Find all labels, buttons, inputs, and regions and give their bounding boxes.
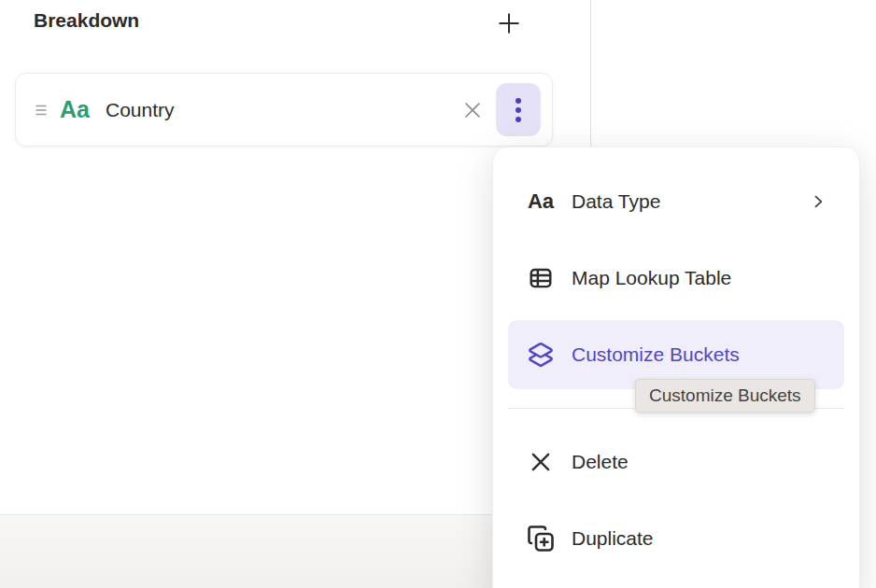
context-menu: Aa Data Type Map Lookup Table Customize … xyxy=(492,147,860,588)
close-icon xyxy=(461,99,484,121)
more-options-button[interactable] xyxy=(496,83,541,136)
tooltip: Customize Buckets xyxy=(635,379,815,413)
x-icon xyxy=(525,450,557,474)
string-type-icon: Aa xyxy=(60,98,90,121)
duplicate-icon xyxy=(525,525,557,553)
kebab-menu-icon xyxy=(515,96,522,124)
menu-item-label: Delete xyxy=(572,451,629,473)
menu-item-data-type[interactable]: Aa Data Type xyxy=(508,167,844,236)
breakdown-property-label: Country xyxy=(106,99,175,121)
page-title: Breakdown xyxy=(34,9,139,32)
layers-icon xyxy=(525,342,557,368)
menu-item-label: Data Type xyxy=(572,190,660,213)
menu-item-label: Duplicate xyxy=(572,527,654,550)
menu-item-map-lookup-table[interactable]: Map Lookup Table xyxy=(508,244,844,313)
menu-item-label: Map Lookup Table xyxy=(572,267,731,289)
table-icon xyxy=(525,265,557,291)
remove-breakdown-button[interactable] xyxy=(457,94,488,126)
add-breakdown-button[interactable] xyxy=(491,6,527,41)
panel-header: Breakdown xyxy=(0,0,590,52)
screen: Breakdown Aa Country xyxy=(0,0,876,588)
plus-icon xyxy=(496,10,522,36)
drag-handle-icon[interactable] xyxy=(35,103,48,118)
text-type-icon: Aa xyxy=(525,191,557,212)
menu-item-duplicate[interactable]: Duplicate xyxy=(508,504,844,573)
menu-item-delete[interactable]: Delete xyxy=(508,427,844,497)
menu-item-label: Customize Buckets xyxy=(572,343,740,366)
breakdown-property-card[interactable]: Aa Country xyxy=(15,73,553,147)
chevron-right-icon xyxy=(809,192,827,211)
